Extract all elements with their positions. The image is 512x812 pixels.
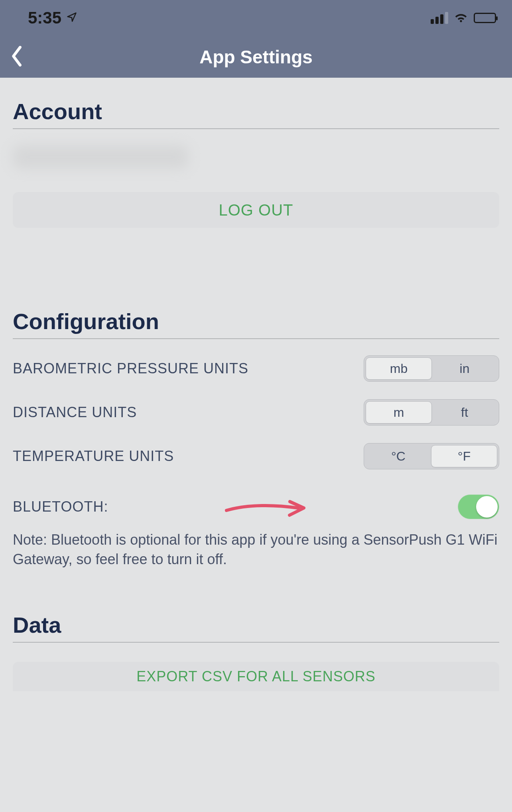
barometric-option-mb[interactable]: mb: [366, 357, 432, 380]
distance-units-label: DISTANCE UNITS: [13, 404, 137, 421]
distance-option-ft[interactable]: ft: [432, 401, 497, 424]
distance-option-m[interactable]: m: [366, 401, 432, 424]
barometric-units-segmented[interactable]: mb in: [364, 355, 499, 382]
barometric-option-in[interactable]: in: [432, 357, 497, 380]
bluetooth-label: BLUETOOTH:: [13, 498, 108, 515]
app-header: App Settings: [0, 36, 512, 78]
location-icon: [66, 12, 77, 24]
wifi-icon: [454, 12, 468, 24]
account-heading: Account: [13, 78, 499, 129]
distance-units-row: DISTANCE UNITS m ft: [13, 398, 499, 427]
bluetooth-toggle[interactable]: [458, 494, 499, 519]
barometric-units-label: BAROMETRIC PRESSURE UNITS: [13, 360, 248, 377]
temperature-units-row: TEMPERATURE UNITS °C °F: [13, 442, 499, 471]
temperature-option-c[interactable]: °C: [366, 445, 431, 467]
distance-units-segmented[interactable]: m ft: [364, 399, 499, 426]
bluetooth-row: BLUETOOTH:: [13, 494, 499, 519]
barometric-units-row: BAROMETRIC PRESSURE UNITS mb in: [13, 354, 499, 383]
status-time: 5:35: [28, 8, 61, 27]
logout-button[interactable]: LOG OUT: [13, 192, 499, 228]
battery-icon: [474, 13, 496, 23]
temperature-units-label: TEMPERATURE UNITS: [13, 448, 174, 465]
content: Account LOG OUT Configuration BAROMETRIC…: [0, 78, 512, 691]
status-left: 5:35: [28, 8, 77, 27]
bluetooth-note: Note: Bluetooth is optional for this app…: [13, 530, 499, 569]
temperature-option-f[interactable]: °F: [431, 445, 497, 467]
status-right: [431, 12, 496, 24]
configuration-heading: Configuration: [13, 288, 499, 339]
back-button[interactable]: [10, 45, 24, 69]
data-heading: Data: [13, 591, 499, 643]
export-csv-button[interactable]: EXPORT CSV FOR ALL SENSORS: [13, 662, 499, 691]
page-title: App Settings: [199, 46, 313, 68]
account-email: [13, 141, 499, 173]
temperature-units-segmented[interactable]: °C °F: [364, 443, 499, 469]
cellular-icon: [431, 12, 448, 24]
status-bar: 5:35: [0, 0, 512, 36]
annotation-arrow-icon: [224, 496, 308, 518]
